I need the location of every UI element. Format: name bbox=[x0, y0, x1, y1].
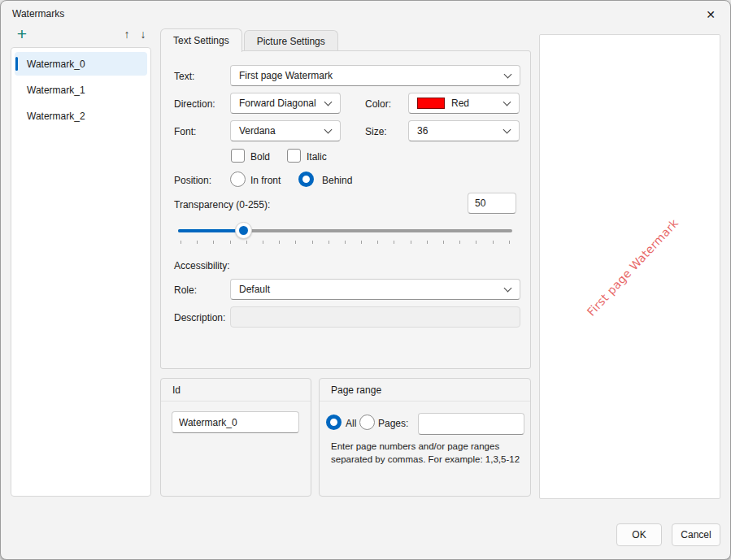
tick-mark bbox=[230, 241, 231, 244]
tick-mark bbox=[263, 241, 263, 244]
id-group-title: Id bbox=[161, 379, 311, 402]
chevron-down-icon bbox=[504, 71, 512, 79]
font-label: Font: bbox=[174, 126, 196, 137]
tab-picture-settings[interactable]: Picture Settings bbox=[244, 30, 338, 51]
cancel-button[interactable]: Cancel bbox=[672, 523, 720, 546]
selection-accent-bar bbox=[15, 57, 18, 71]
watermark-list: Watermark_0Watermark_1Watermark_2 bbox=[11, 47, 151, 497]
tick-mark bbox=[312, 241, 313, 244]
watermarks-dialog: Watermarks ✕ + ↑ ↓ Watermark_0Watermark_… bbox=[0, 0, 731, 560]
tick-mark bbox=[295, 241, 296, 244]
text-settings-panel: Text: First page Watermark Direction: Fo… bbox=[160, 50, 531, 369]
chevron-down-icon bbox=[503, 98, 511, 106]
size-label: Size: bbox=[365, 126, 387, 137]
description-input bbox=[230, 306, 520, 328]
close-icon[interactable]: ✕ bbox=[698, 4, 723, 25]
position-infront-label: In front bbox=[250, 175, 281, 186]
tick-mark bbox=[493, 241, 494, 244]
page-range-group-title: Page range bbox=[320, 379, 530, 402]
id-input[interactable] bbox=[172, 411, 299, 433]
transparency-input[interactable] bbox=[468, 193, 516, 214]
pages-label: Pages: bbox=[378, 418, 408, 429]
list-item[interactable]: Watermark_2 bbox=[15, 104, 147, 128]
dialog-title: Watermarks bbox=[12, 8, 64, 20]
pages-specific-radio[interactable] bbox=[359, 415, 375, 430]
size-combobox[interactable]: 36 bbox=[408, 120, 520, 141]
tick-mark bbox=[197, 241, 198, 244]
tick-mark bbox=[181, 241, 181, 244]
bold-checkbox[interactable] bbox=[231, 149, 245, 163]
color-swatch bbox=[417, 98, 445, 109]
tick-mark bbox=[213, 241, 214, 244]
chevron-down-icon bbox=[324, 126, 333, 134]
tick-mark bbox=[394, 241, 394, 244]
tick-mark bbox=[329, 241, 329, 244]
list-item[interactable]: Watermark_1 bbox=[15, 78, 147, 102]
tick-mark bbox=[361, 241, 362, 244]
tick-mark bbox=[509, 241, 510, 244]
move-down-icon[interactable]: ↓ bbox=[136, 26, 150, 42]
position-infront-radio[interactable] bbox=[230, 171, 246, 187]
tick-mark bbox=[377, 241, 378, 244]
transparency-label: Transparency (0-255): bbox=[174, 199, 270, 211]
ok-button[interactable]: OK bbox=[616, 523, 662, 546]
color-combobox[interactable]: Red bbox=[408, 93, 520, 114]
watermark-preview: First page Watermark bbox=[539, 34, 720, 499]
settings-tabs: Text Settings Picture Settings bbox=[160, 28, 338, 51]
bold-label: Bold bbox=[250, 151, 270, 163]
tick-mark bbox=[427, 241, 428, 244]
chevron-down-icon bbox=[503, 126, 511, 134]
description-label: Description: bbox=[174, 312, 225, 323]
slider-fill bbox=[178, 229, 244, 232]
preview-watermark-text: First page Watermark bbox=[585, 216, 681, 318]
pages-input[interactable] bbox=[418, 413, 524, 435]
role-combobox[interactable]: Default bbox=[230, 279, 520, 300]
list-item-label: Watermark_0 bbox=[27, 59, 85, 70]
tick-mark bbox=[443, 241, 444, 244]
tab-text-settings[interactable]: Text Settings bbox=[160, 28, 242, 52]
color-value: Red bbox=[451, 98, 469, 109]
position-label: Position: bbox=[174, 175, 211, 186]
tick-mark bbox=[476, 241, 476, 244]
page-range-hint: Enter page numbers and/or page ranges se… bbox=[331, 441, 528, 466]
text-label: Text: bbox=[174, 71, 194, 82]
position-behind-label: Behind bbox=[322, 175, 352, 186]
tick-mark bbox=[246, 241, 247, 244]
tick-mark bbox=[345, 241, 346, 244]
text-value: First page Watermark bbox=[239, 70, 333, 81]
tick-mark bbox=[411, 241, 411, 244]
position-behind-radio[interactable] bbox=[298, 171, 314, 187]
accessibility-label: Accessibility: bbox=[174, 260, 230, 271]
direction-value: Forward Diagonal bbox=[239, 98, 316, 109]
pages-all-label: All bbox=[346, 418, 356, 429]
font-value: Verdana bbox=[239, 125, 276, 137]
color-label: Color: bbox=[365, 98, 391, 110]
slider-thumb[interactable] bbox=[235, 222, 252, 239]
role-value: Default bbox=[239, 284, 270, 295]
direction-combobox[interactable]: Forward Diagonal bbox=[230, 93, 341, 114]
add-watermark-button[interactable]: + bbox=[12, 24, 32, 44]
move-up-icon[interactable]: ↑ bbox=[120, 26, 134, 42]
tick-mark bbox=[279, 241, 280, 244]
slider-dot bbox=[239, 226, 248, 235]
font-combobox[interactable]: Verdana bbox=[230, 120, 341, 141]
direction-label: Direction: bbox=[174, 98, 215, 110]
pages-all-radio[interactable] bbox=[326, 415, 342, 430]
transparency-slider[interactable] bbox=[178, 229, 512, 232]
list-item-label: Watermark_2 bbox=[27, 111, 85, 122]
page-range-groupbox: Page range All Pages: Enter page numbers… bbox=[319, 378, 531, 497]
list-item[interactable]: Watermark_0 bbox=[15, 52, 147, 76]
role-label: Role: bbox=[174, 284, 197, 296]
tick-mark bbox=[459, 241, 460, 244]
chevron-down-icon bbox=[504, 284, 512, 293]
italic-label: Italic bbox=[307, 151, 327, 163]
text-combobox[interactable]: First page Watermark bbox=[230, 65, 520, 86]
italic-checkbox[interactable] bbox=[287, 149, 301, 163]
size-value: 36 bbox=[417, 125, 428, 137]
id-groupbox: Id bbox=[160, 378, 311, 497]
slider-ticks bbox=[181, 241, 510, 244]
list-item-label: Watermark_1 bbox=[27, 85, 85, 96]
chevron-down-icon bbox=[324, 98, 333, 106]
